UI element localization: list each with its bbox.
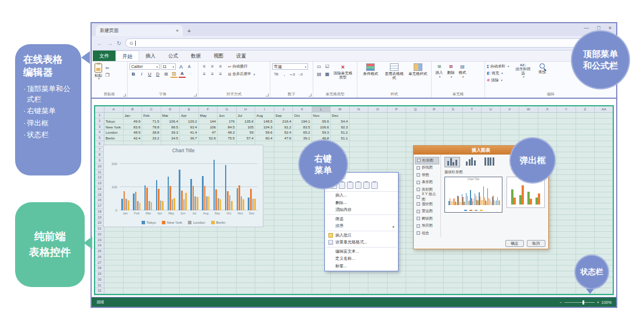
sheet-cell[interactable] bbox=[501, 249, 520, 255]
ribbon-tab-2[interactable]: 插入 bbox=[139, 51, 162, 61]
sheet-cell[interactable] bbox=[444, 135, 463, 141]
sheet-cell[interactable] bbox=[368, 130, 388, 135]
sheet-cell[interactable] bbox=[274, 271, 294, 277]
sheet-cell[interactable] bbox=[180, 255, 199, 260]
sheet-cell[interactable] bbox=[142, 243, 161, 249]
sheet-cell[interactable] bbox=[237, 243, 256, 249]
sheet-cell[interactable] bbox=[576, 220, 595, 226]
sheet-cell[interactable] bbox=[255, 255, 274, 260]
sheet-cell[interactable]: 48.3 bbox=[218, 130, 237, 135]
sheet-cell[interactable]: 98.5 bbox=[161, 124, 180, 130]
chart-type-item[interactable]: 组合 bbox=[415, 230, 439, 237]
sheet-cell[interactable]: 216.4 bbox=[274, 119, 294, 124]
sheet-cell[interactable] bbox=[312, 283, 331, 289]
sheet-cell[interactable]: 78.8 bbox=[142, 124, 161, 130]
sheet-cell[interactable] bbox=[180, 283, 199, 289]
tab-close-icon[interactable]: × bbox=[176, 28, 179, 33]
sheet-cell[interactable]: 92.3 bbox=[331, 124, 350, 130]
sheet-cell[interactable] bbox=[218, 238, 237, 243]
sheet-cell[interactable] bbox=[388, 124, 407, 130]
sheet-cell[interactable] bbox=[237, 238, 256, 243]
sheet-cell[interactable] bbox=[425, 271, 444, 277]
sheet-cell[interactable]: Dec bbox=[331, 113, 350, 119]
sheet-cell[interactable] bbox=[425, 113, 444, 119]
sheet-cell[interactable] bbox=[482, 255, 501, 260]
sheet-cell[interactable] bbox=[519, 130, 538, 135]
sheet-cell[interactable] bbox=[501, 135, 520, 141]
column-header[interactable]: Z bbox=[576, 106, 595, 113]
menu-item-9[interactable]: 标签... bbox=[325, 263, 398, 270]
sheet-cell[interactable] bbox=[501, 277, 520, 283]
sheet-cell[interactable] bbox=[444, 260, 463, 266]
sheet-cell[interactable] bbox=[444, 255, 463, 260]
sheet-cell[interactable] bbox=[557, 187, 576, 192]
ribbon-tab-3[interactable]: 公式 bbox=[162, 51, 184, 61]
sheet-cell[interactable] bbox=[463, 124, 482, 130]
sheet-cell[interactable] bbox=[293, 266, 312, 271]
sheet-cell[interactable] bbox=[519, 271, 538, 277]
sheet-cell[interactable] bbox=[576, 215, 595, 221]
sheet-cell[interactable]: 57.4 bbox=[237, 135, 256, 141]
sheet-cell[interactable] bbox=[595, 170, 614, 175]
sheet-cell[interactable] bbox=[312, 277, 331, 283]
combo-celltype-icon[interactable]: ▤ bbox=[316, 71, 323, 78]
column-header[interactable]: F bbox=[199, 106, 218, 113]
sheet-cell[interactable] bbox=[274, 249, 294, 255]
sheet-cell[interactable] bbox=[557, 164, 576, 170]
sheet-cell[interactable] bbox=[124, 260, 143, 266]
sheet-cell[interactable] bbox=[293, 192, 312, 198]
sheet-cell[interactable] bbox=[124, 277, 143, 283]
sheet-cell[interactable] bbox=[368, 164, 388, 170]
sheet-cell[interactable] bbox=[519, 283, 538, 289]
sheet-cell[interactable] bbox=[501, 119, 520, 124]
sheet-cell[interactable] bbox=[161, 249, 180, 255]
sheet-cell[interactable]: 38.8 bbox=[142, 130, 161, 135]
sheet-cell[interactable] bbox=[388, 119, 407, 124]
sheet-cell[interactable]: 39.3 bbox=[161, 130, 180, 135]
sheet-cell[interactable] bbox=[557, 113, 576, 119]
sheet-cell[interactable] bbox=[161, 255, 180, 260]
sheet-cell[interactable] bbox=[463, 249, 482, 255]
sheet-cell[interactable] bbox=[255, 277, 274, 283]
sheet-cell[interactable] bbox=[104, 288, 124, 294]
sheet-cell[interactable] bbox=[104, 271, 124, 277]
menu-item-4[interactable]: 排序▸ bbox=[325, 223, 398, 230]
sheet-cell[interactable] bbox=[576, 124, 595, 130]
format-as-table-button[interactable]: 套用表格格式 bbox=[382, 63, 407, 92]
sheet-cell[interactable] bbox=[218, 260, 237, 266]
sheet-cell[interactable] bbox=[161, 283, 180, 289]
sheet-cell[interactable] bbox=[576, 232, 595, 238]
sheet-cell[interactable] bbox=[482, 288, 501, 294]
column-header[interactable]: U bbox=[482, 106, 501, 113]
sheet-cell[interactable] bbox=[274, 215, 294, 221]
row-header[interactable]: 32 bbox=[95, 288, 104, 294]
sheet-cell[interactable] bbox=[482, 283, 501, 289]
sheet-cell[interactable] bbox=[368, 271, 388, 277]
sheet-cell[interactable] bbox=[519, 288, 538, 294]
sheet-cell[interactable] bbox=[274, 181, 294, 187]
sheet-cell[interactable] bbox=[388, 113, 407, 119]
double-underline-button[interactable]: D bbox=[154, 71, 161, 78]
sheet-cell[interactable] bbox=[388, 152, 407, 158]
borders-button[interactable]: ⊞ bbox=[162, 71, 169, 78]
column-header[interactable]: E bbox=[180, 106, 199, 113]
sheet-cell[interactable] bbox=[557, 203, 576, 209]
sheet-cell[interactable]: May bbox=[199, 113, 218, 119]
column-header[interactable]: R bbox=[425, 106, 444, 113]
sheet-cell[interactable] bbox=[368, 147, 388, 153]
sheet-cell[interactable] bbox=[595, 164, 614, 170]
sheet-cell[interactable] bbox=[501, 113, 520, 119]
sheet-cell[interactable] bbox=[274, 192, 294, 198]
sheet-cell[interactable]: 59 bbox=[237, 130, 256, 135]
sheet-cell[interactable] bbox=[312, 271, 331, 277]
column-header[interactable]: C bbox=[142, 106, 161, 113]
sheet-cell[interactable] bbox=[595, 130, 614, 135]
row-header[interactable]: 1 bbox=[95, 113, 104, 119]
sheet-cell[interactable]: 106 bbox=[199, 124, 218, 130]
font-color-button[interactable]: A bbox=[179, 71, 186, 78]
sheet-cell[interactable] bbox=[255, 283, 274, 289]
sheet-cell[interactable] bbox=[161, 232, 180, 238]
sheet-cell[interactable] bbox=[124, 283, 143, 289]
sheet-cell[interactable] bbox=[557, 135, 576, 141]
sheet-cell[interactable]: Jul bbox=[237, 113, 256, 119]
